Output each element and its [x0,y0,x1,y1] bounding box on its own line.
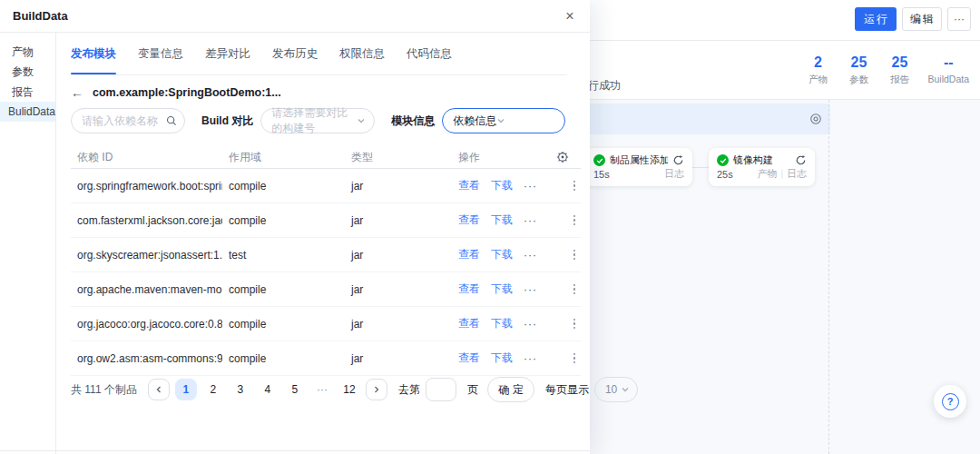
scope: compile [222,180,345,192]
sidebar-item-artifacts[interactable]: 产物 [0,42,55,62]
page-2[interactable]: 2 [202,379,224,400]
close-icon[interactable]: × [561,7,579,25]
goto-page-input[interactable] [426,378,456,401]
kebab-menu-icon[interactable] [572,248,578,262]
edit-button[interactable]: 编辑 [902,7,942,31]
dependency-id: org.ow2.asm:asm-commons:9.1 [71,352,222,365]
download-link[interactable]: 下载 [491,281,513,297]
page-size-select[interactable]: 10 [594,377,638,402]
view-link[interactable]: 查看 [458,247,480,262]
modal-title: BuildData [13,0,68,33]
sidebar-item-reports[interactable]: 报告 [0,82,55,102]
help-icon: ? [942,393,959,410]
kebab-menu-icon[interactable] [572,317,578,331]
stat-value: 2 [814,54,822,72]
run-button[interactable]: 运行 [855,7,897,31]
type: jar [345,180,452,192]
view-link[interactable]: 查看 [458,178,480,193]
rerun-icon[interactable] [672,154,684,166]
artifact-link[interactable]: 产物 [757,167,777,181]
modal-bottom-border [0,450,590,451]
tab-release-history[interactable]: 发布历史 [272,33,318,74]
log-link[interactable]: 日志 [787,167,807,181]
table-row: org.apache.maven:maven-model:... compile… [71,272,581,307]
stat-value: -- [944,54,954,72]
view-link[interactable]: 查看 [458,350,480,366]
tab-variables[interactable]: 变量信息 [138,33,183,74]
search-icon[interactable] [166,115,177,126]
stat-builddata[interactable]: -- BuildData [927,54,969,86]
prev-page-button[interactable] [148,379,170,400]
view-link[interactable]: 查看 [458,212,480,228]
stat-reports[interactable]: 25 报告 [887,54,912,86]
type: jar [345,352,452,365]
log-link[interactable]: 日志 [664,167,684,181]
chevron-right-icon [372,385,381,394]
stage-card-artifact-attr[interactable]: 制品属性添加 15s 日志 [585,148,692,186]
rerun-icon[interactable] [795,154,807,166]
stat-params[interactable]: 25 参数 [846,54,871,86]
kebab-menu-icon[interactable] [572,213,578,228]
kebab-menu-icon[interactable] [572,179,578,193]
dependency-table: 依赖 ID 作用域 类型 操作 [71,146,581,376]
table-row: org.springframework.boot:spring-... comp… [71,169,581,203]
sidebar-item-builddata[interactable]: BulidData [0,102,55,122]
more-actions-button[interactable]: ··· [947,7,971,31]
tab-diff-compare[interactable]: 差异对比 [205,33,250,74]
kebab-menu-icon[interactable] [572,351,578,366]
page-ellipsis[interactable]: ··· [311,379,333,400]
module-info-select[interactable]: 依赖信息 [442,108,565,133]
kebab-menu-icon[interactable] [572,282,578,297]
target-icon[interactable] [809,113,822,125]
build-compare-select[interactable]: 请选择需要对比的构建号 [260,108,375,133]
stat-label: 报告 [890,74,909,86]
dependency-id: org.skyscreamer:jsonassert:1.5.0 [71,249,222,262]
back-arrow-icon[interactable]: ← [71,86,83,99]
dependency-id: org.springframework.boot:spring-... [71,180,222,192]
stat-artifacts[interactable]: 2 产物 [805,54,830,86]
page-12[interactable]: 12 [338,379,360,400]
more-actions[interactable]: ··· [524,352,537,365]
download-link[interactable]: 下载 [491,316,513,331]
view-link[interactable]: 查看 [458,281,480,297]
more-actions[interactable]: ··· [524,283,537,296]
chevron-down-icon [357,116,366,125]
download-link[interactable]: 下载 [491,350,513,366]
chevron-down-icon [496,116,505,125]
more-actions[interactable]: ··· [524,180,537,192]
more-actions[interactable]: ··· [524,249,537,262]
dependency-id: com.fasterxml.jackson.core:jacks... [71,214,222,227]
download-link[interactable]: 下载 [491,178,513,193]
confirm-button[interactable]: 确定 [487,377,534,402]
search-input[interactable] [82,114,166,127]
scope: compile [222,318,345,331]
view-link[interactable]: 查看 [458,316,480,331]
tab-permissions[interactable]: 权限信息 [339,33,385,74]
dependency-id: org.apache.maven:maven-model:... [71,283,222,296]
help-button[interactable]: ? [934,385,966,418]
column-settings-icon[interactable] [556,151,569,163]
page-5[interactable]: 5 [284,379,306,400]
page-4[interactable]: 4 [257,379,279,400]
scope: compile [222,283,345,296]
more-actions[interactable]: ··· [524,214,537,227]
page-1[interactable]: 1 [175,379,197,400]
tab-code-info[interactable]: 代码信息 [407,33,452,74]
download-link[interactable]: 下载 [491,212,513,228]
dependency-search [71,108,185,133]
download-link[interactable]: 下载 [491,247,513,262]
page-3[interactable]: 3 [230,379,251,400]
build-stats: 2 产物 25 参数 25 报告 -- BuildData [805,54,969,86]
next-page-button[interactable] [366,379,387,400]
stat-label: 产物 [808,74,828,86]
col-type: 类型 [345,150,452,165]
stage-duration: 15s [593,169,610,180]
more-actions[interactable]: ··· [524,318,537,331]
filter-bar: Build 对比 请选择需要对比的构建号 模块信息 依赖信息 [71,108,565,133]
sidebar-item-params[interactable]: 参数 [0,62,55,82]
type: jar [345,214,452,227]
tab-release-modules[interactable]: 发布模块 [71,33,116,74]
build-compare-label: Build 对比 [201,114,253,129]
dependency-id: org.jacoco:org.jacoco.core:0.8.7 [71,318,222,331]
stage-card-image-build[interactable]: 镜像构建 25s 产物 | 日志 [709,148,815,186]
